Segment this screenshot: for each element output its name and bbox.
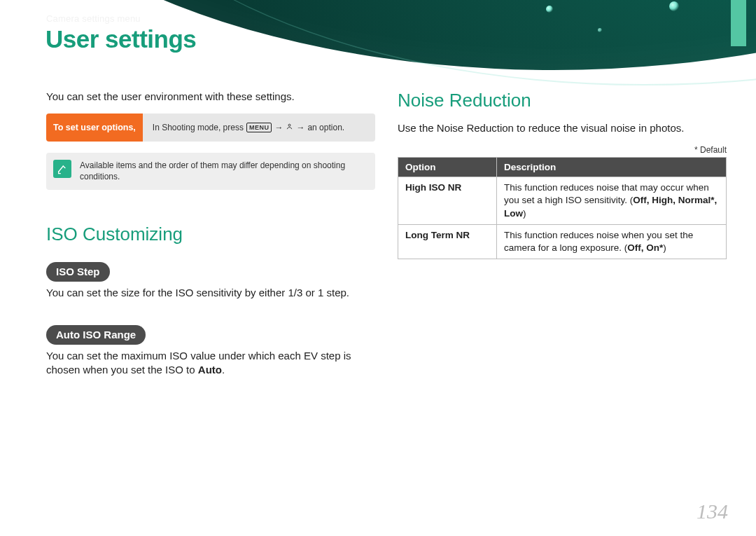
noise-reduction-intro: Use the Noise Reduction to reduce the vi… — [398, 121, 727, 135]
option-description: This function reduces noise that may occ… — [497, 177, 727, 225]
noise-reduction-table: Option Description High ISO NR This func… — [398, 157, 727, 259]
intro-text: You can set the user environment with th… — [46, 90, 375, 104]
table-row: High ISO NR This function reduces noise … — [398, 177, 727, 225]
callout-label: To set user options, — [46, 114, 143, 142]
iso-customizing-heading: ISO Customizing — [46, 224, 375, 245]
table-header-description: Description — [497, 158, 727, 177]
arrow-right-icon: → — [296, 123, 304, 132]
iso-step-text: You can set the size for the ISO sensiti… — [46, 286, 375, 300]
auto-iso-range-pill: Auto ISO Range — [46, 325, 146, 345]
callout-post-text: an option. — [307, 123, 344, 132]
table-row: Long Term NR This function reduces noise… — [398, 224, 727, 259]
menu-button-icon: MENU — [246, 123, 272, 132]
callout-instruction: In Shooting mode, press MENU → → an opti… — [143, 114, 375, 142]
set-user-options-callout: To set user options, In Shooting mode, p… — [46, 114, 375, 142]
svg-point-0 — [288, 124, 290, 126]
breadcrumb: Camera settings menu — [46, 13, 141, 24]
default-note: * Default — [398, 145, 727, 155]
note-box: Available items and the order of them ma… — [46, 153, 375, 189]
arrow-right-icon: → — [274, 123, 283, 132]
noise-reduction-heading: Noise Reduction — [398, 90, 727, 111]
note-text: Available items and the order of them ma… — [80, 160, 365, 182]
option-name: Long Term NR — [398, 224, 497, 259]
page-title: User settings — [46, 25, 196, 53]
option-description: This function reduces noise when you set… — [497, 224, 727, 259]
auto-iso-range-text: You can set the maximum ISO value under … — [46, 349, 375, 378]
user-settings-icon — [286, 123, 293, 132]
iso-step-pill: ISO Step — [46, 262, 110, 282]
callout-pre-text: In Shooting mode, press — [153, 123, 244, 132]
section-tab-marker — [731, 0, 746, 46]
page-number: 134 — [696, 500, 728, 523]
note-icon — [53, 160, 71, 178]
table-header-option: Option — [398, 158, 497, 177]
option-name: High ISO NR — [398, 177, 497, 225]
